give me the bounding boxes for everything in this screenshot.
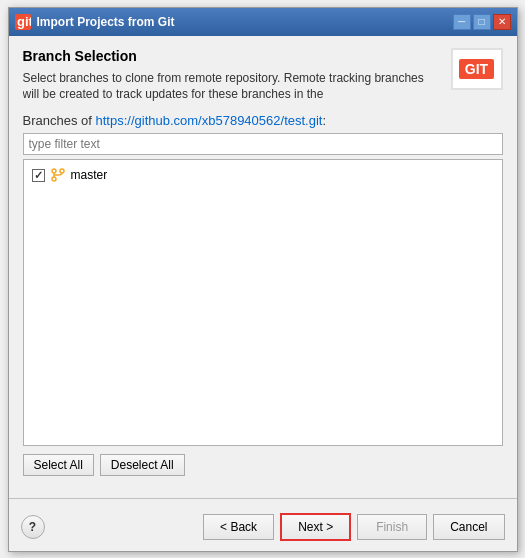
branch-list: master [23, 159, 503, 445]
select-all-button[interactable]: Select All [23, 454, 94, 476]
branch-fork-icon [50, 167, 66, 183]
svg-point-2 [52, 169, 56, 173]
svg-point-3 [60, 169, 64, 173]
divider [9, 498, 517, 499]
git-logo-text: GIT [459, 59, 494, 79]
filter-input[interactable] [23, 133, 503, 155]
minimize-button[interactable]: ─ [453, 14, 471, 30]
deselect-all-button[interactable]: Deselect All [100, 454, 185, 476]
select-buttons: Select All Deselect All [23, 454, 503, 476]
next-button[interactable]: Next > [280, 513, 351, 541]
branch-icon [50, 167, 66, 183]
git-logo: GIT [451, 48, 503, 90]
help-button[interactable]: ? [21, 515, 45, 539]
close-button[interactable]: ✕ [493, 14, 511, 30]
window-icon: git [15, 14, 31, 30]
maximize-button[interactable]: □ [473, 14, 491, 30]
back-button[interactable]: < Back [203, 514, 274, 540]
svg-point-4 [52, 177, 56, 181]
section-title: Branch Selection [23, 48, 441, 64]
list-item: master [26, 164, 500, 186]
description-text: Select branches to clone from remote rep… [23, 70, 441, 104]
bottom-bar: ? < Back Next > Finish Cancel [9, 507, 517, 551]
branches-label-prefix: Branches of [23, 113, 96, 128]
title-controls: ─ □ ✕ [453, 14, 511, 30]
title-bar: git Import Projects from Git ─ □ ✕ [9, 8, 517, 36]
branches-label: Branches of https://github.com/xb5789405… [23, 113, 503, 128]
svg-text:git: git [17, 14, 31, 29]
finish-button[interactable]: Finish [357, 514, 427, 540]
cancel-button[interactable]: Cancel [433, 514, 504, 540]
branches-label-suffix: : [322, 113, 326, 128]
window-title: Import Projects from Git [37, 15, 175, 29]
repo-url: https://github.com/xb578940562/test.git [96, 113, 323, 128]
title-bar-left: git Import Projects from Git [15, 14, 175, 30]
branch-name-master: master [71, 168, 108, 182]
import-dialog: git Import Projects from Git ─ □ ✕ Branc… [8, 7, 518, 552]
branch-checkbox-master[interactable] [32, 169, 45, 182]
main-content: Branch Selection Select branches to clon… [9, 36, 517, 488]
